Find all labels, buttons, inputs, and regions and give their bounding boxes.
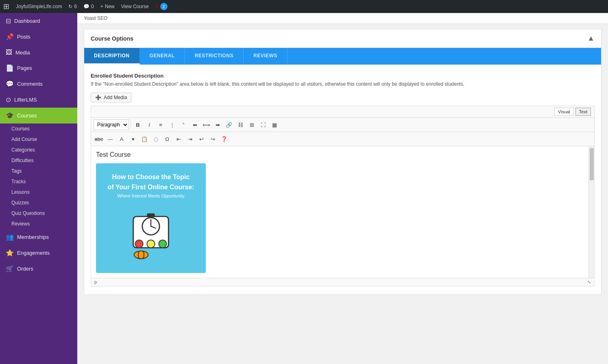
editor-status-bar: p ⤡ bbox=[91, 278, 594, 286]
editor-top-bar: Visual Text bbox=[91, 106, 594, 118]
svg-point-7 bbox=[159, 240, 166, 247]
svg-rect-4 bbox=[147, 213, 155, 217]
text-color-button[interactable]: A bbox=[116, 134, 127, 144]
svg-point-5 bbox=[135, 240, 143, 247]
align-right-button[interactable]: ➡ bbox=[212, 119, 223, 130]
comment-icon: 💬 bbox=[83, 4, 89, 9]
unlink-button[interactable]: ⛓ bbox=[235, 119, 246, 130]
course-options-panel: Course Options ▲ DESCRIPTION GENERAL RES… bbox=[84, 29, 601, 295]
table-insert-button[interactable]: ⊞ bbox=[246, 119, 257, 130]
align-left-button[interactable]: ⬅ bbox=[190, 119, 200, 130]
special-char-button[interactable]: Ω bbox=[162, 134, 172, 144]
editor-path: p bbox=[94, 280, 97, 285]
sidebar-item-orders[interactable]: 🛒 Orders bbox=[0, 261, 77, 277]
undo-button[interactable]: ↩ bbox=[196, 134, 207, 144]
italic-button[interactable]: I bbox=[144, 119, 155, 130]
tab-restrictions-label: RESTRICTIONS bbox=[195, 53, 233, 58]
sidebar-item-media[interactable]: 🖼 Media bbox=[0, 45, 77, 60]
sidebar-label-posts: Posts bbox=[17, 34, 31, 40]
orders-icon: 🛒 bbox=[6, 265, 14, 273]
sidebar-item-memberships[interactable]: 👥 Memberships bbox=[0, 229, 77, 245]
panel-title: Course Options bbox=[91, 35, 133, 42]
tab-general[interactable]: GENERAL bbox=[140, 48, 185, 65]
memberships-icon: 👥 bbox=[6, 233, 14, 241]
sub-label-categories: Categories bbox=[11, 147, 35, 153]
redo-button[interactable]: ↪ bbox=[207, 134, 218, 144]
blockquote-button[interactable]: " bbox=[178, 119, 189, 130]
sidebar-sub-quizzes[interactable]: Quizzes bbox=[0, 197, 77, 208]
strikethrough-button[interactable]: abc bbox=[94, 134, 104, 144]
editor-scrollbar-thumb bbox=[590, 148, 594, 180]
course-image-svg bbox=[126, 205, 175, 263]
sidebar-label-media: Media bbox=[15, 50, 30, 56]
main-layout: ⊟ Dashboard 📌 Posts 🖼 Media 📄 Pages 💬 Co… bbox=[0, 13, 608, 364]
link-button[interactable]: 🔗 bbox=[224, 119, 234, 130]
hr-button[interactable]: — bbox=[105, 134, 115, 144]
sidebar-sub-courses[interactable]: Courses bbox=[0, 124, 77, 134]
sidebar-sub-difficulties[interactable]: Difficulties bbox=[0, 155, 77, 166]
sidebar-label-dashboard: Dashboard bbox=[14, 18, 40, 24]
bold-button[interactable]: B bbox=[133, 119, 143, 130]
sidebar-item-posts[interactable]: 📌 Posts bbox=[0, 29, 77, 45]
paragraph-select[interactable]: Paragraph bbox=[94, 119, 129, 130]
new-item[interactable]: + New bbox=[100, 4, 115, 9]
add-media-button[interactable]: ➕ Add Media bbox=[91, 93, 131, 102]
sidebar-sub-quiz-questions[interactable]: Quiz Questions bbox=[0, 208, 77, 219]
fullscreen-button[interactable]: ⛶ bbox=[258, 119, 268, 130]
posts-icon: 📌 bbox=[6, 33, 14, 41]
yoast-item[interactable]: Y 2 bbox=[155, 3, 168, 10]
clear-format-button[interactable]: ◌ bbox=[150, 134, 161, 144]
add-media-label: Add Media bbox=[104, 95, 127, 100]
wp-logo-item[interactable]: ⊞ bbox=[3, 2, 9, 11]
align-center-button[interactable]: ⟺ bbox=[201, 119, 211, 130]
panel-toggle-icon[interactable]: ▲ bbox=[587, 34, 595, 43]
engagements-icon: ⭐ bbox=[6, 249, 14, 257]
sidebar-sub-reviews[interactable]: Reviews bbox=[0, 219, 77, 229]
text-mode-button[interactable]: Text bbox=[575, 108, 591, 116]
sidebar-item-dashboard[interactable]: ⊟ Dashboard bbox=[0, 13, 77, 29]
editor-toolbar-row1: Paragraph B I ≡ ⋮ " ⬅ ⟺ ➡ 🔗 ⛓ bbox=[91, 118, 594, 132]
ul-button[interactable]: ≡ bbox=[155, 119, 166, 130]
tab-restrictions[interactable]: RESTRICTIONS bbox=[185, 48, 244, 65]
sidebar-sub-add-course[interactable]: Add Course bbox=[0, 134, 77, 145]
toolbar-divider-1 bbox=[131, 121, 131, 129]
tab-reviews[interactable]: REVIEWS bbox=[244, 48, 288, 65]
sidebar-item-pages[interactable]: 📄 Pages bbox=[0, 60, 77, 76]
editor-body[interactable]: Test Course How to Choose the Topic of Y… bbox=[91, 146, 594, 278]
site-name-item[interactable]: JoyfulSimpleLife.com bbox=[16, 4, 62, 9]
visual-mode-button[interactable]: Visual bbox=[554, 108, 574, 116]
sidebar-item-engagements[interactable]: ⭐ Engagements bbox=[0, 245, 77, 261]
comments-item[interactable]: 💬 0 bbox=[83, 4, 94, 9]
updates-item[interactable]: ↻ 6 bbox=[68, 4, 77, 9]
indent-button[interactable]: ⇥ bbox=[185, 134, 195, 144]
sidebar-label-pages: Pages bbox=[17, 65, 32, 71]
sub-label-tracks: Tracks bbox=[11, 179, 26, 184]
sidebar-item-lifterlms[interactable]: ⊙ LifterLMS bbox=[0, 92, 77, 108]
paste-button[interactable]: 📋 bbox=[139, 134, 150, 144]
sidebar-sub-tracks[interactable]: Tracks bbox=[0, 176, 77, 187]
editor-scrollbar[interactable] bbox=[588, 146, 594, 278]
sidebar-sub-categories[interactable]: Categories bbox=[0, 145, 77, 155]
visual-mode-label: Visual bbox=[558, 109, 570, 114]
ol-button[interactable]: ⋮ bbox=[167, 119, 177, 130]
tab-content-description: Enrolled Student Description If the "Non… bbox=[84, 65, 601, 295]
toggle-toolbar-button[interactable]: ▦ bbox=[269, 119, 280, 130]
sidebar-item-courses[interactable]: 🎓 Courses bbox=[0, 108, 77, 124]
sidebar-sub-tags[interactable]: Tags bbox=[0, 166, 77, 176]
new-label: New bbox=[105, 4, 115, 9]
comment-count: 0 bbox=[91, 4, 94, 9]
sidebar-label-memberships: Memberships bbox=[17, 234, 49, 240]
color-picker-button[interactable]: ▾ bbox=[128, 134, 138, 144]
view-course-item[interactable]: View Course bbox=[121, 4, 149, 9]
sub-label-reviews: Reviews bbox=[11, 221, 30, 227]
sidebar-label-lifterlms: LifterLMS bbox=[14, 97, 37, 103]
sub-label-add-course: Add Course bbox=[11, 136, 37, 142]
tab-description[interactable]: DESCRIPTION bbox=[84, 48, 140, 65]
sidebar-sub-lessons[interactable]: Lessons bbox=[0, 187, 77, 197]
sidebar-item-comments[interactable]: 💬 Comments bbox=[0, 76, 77, 92]
outdent-button[interactable]: ⇤ bbox=[173, 134, 184, 144]
sidebar-label-engagements: Engagements bbox=[17, 250, 50, 256]
help-button[interactable]: ❓ bbox=[219, 134, 229, 144]
editor-resize-handle[interactable]: ⤡ bbox=[587, 280, 591, 285]
field-label-enrolled: Enrolled Student Description bbox=[91, 73, 595, 79]
